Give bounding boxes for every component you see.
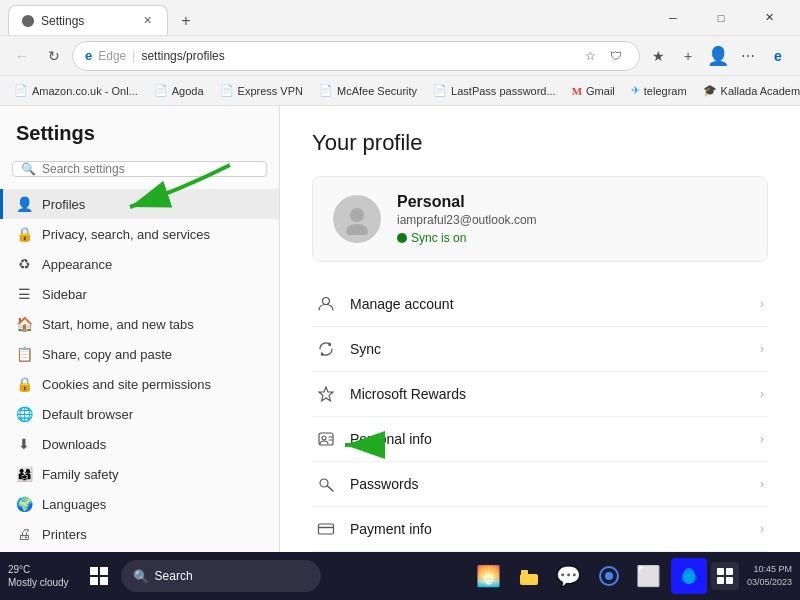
tab-close-button[interactable]: ✕	[139, 13, 155, 29]
chevron-right-icon: ›	[760, 432, 764, 446]
search-input[interactable]	[42, 162, 258, 176]
bookmark-telegram[interactable]: ✈ telegram	[625, 82, 693, 99]
sidebar-item-default[interactable]: 🌐 Default browser	[0, 399, 279, 429]
profile-button[interactable]: 👤	[704, 42, 732, 70]
sidebar-item-cookies[interactable]: 🔒 Cookies and site permissions	[0, 369, 279, 399]
settings-item-manage[interactable]: Manage account ›	[312, 282, 768, 327]
sidebar-item-downloads[interactable]: ⬇ Downloads	[0, 429, 279, 459]
search-icon: 🔍	[21, 162, 36, 176]
svg-rect-16	[90, 567, 98, 575]
sidebar-item-printers[interactable]: 🖨 Printers	[0, 519, 279, 549]
bookmark-label: McAfee Security	[337, 85, 417, 97]
taskbar-icon-unknown[interactable]: ⬜	[631, 558, 667, 594]
address-bar[interactable]: e Edge | settings/profiles ☆ 🛡	[72, 41, 640, 71]
edge-logo-icon: e	[85, 48, 92, 63]
taskbar-search-label: Search	[155, 569, 193, 583]
title-bar: Settings ✕ + ─ □ ✕	[0, 0, 800, 36]
bookmark-expressvpn[interactable]: 📄 Express VPN	[214, 82, 309, 99]
start-button[interactable]	[81, 558, 117, 594]
profile-name: Personal	[397, 193, 747, 211]
sidebar-item-privacy[interactable]: 🔒 Privacy, search, and services	[0, 219, 279, 249]
svg-point-2	[323, 298, 330, 305]
bookmark-file-icon: 📄	[433, 84, 447, 97]
settings-item-label: Microsoft Rewards	[350, 386, 466, 402]
share-icon: 📋	[16, 346, 32, 362]
bookmark-amazon[interactable]: 📄 Amazon.co.uk - Onl...	[8, 82, 144, 99]
tab-settings-icon	[21, 14, 35, 28]
taskbar-icon-whatsapp[interactable]: 💬	[551, 558, 587, 594]
page-title: Your profile	[312, 130, 768, 156]
favorites-button[interactable]: ★	[644, 42, 672, 70]
chevron-right-icon: ›	[760, 387, 764, 401]
taskbar-icon-chrome[interactable]	[591, 558, 627, 594]
bookmark-file-icon: 📄	[14, 84, 28, 97]
chevron-right-icon: ›	[760, 522, 764, 536]
cookies-icon: 🔒	[16, 376, 32, 392]
taskbar-search[interactable]: 🔍 Search	[121, 560, 321, 592]
sidebar-item-system[interactable]: ⚙ System and performance	[0, 549, 279, 552]
favorites-icon[interactable]: ☆	[579, 45, 601, 67]
default-browser-icon: 🌐	[16, 406, 32, 422]
svg-rect-10	[319, 524, 334, 534]
start-icon: 🏠	[16, 316, 32, 332]
sidebar-item-start[interactable]: 🏠 Start, home, and new tabs	[0, 309, 279, 339]
taskbar-icon-emoji[interactable]: 🌅	[471, 558, 507, 594]
address-url: settings/profiles	[141, 49, 224, 63]
minimize-button[interactable]: ─	[650, 2, 696, 34]
bookmark-label: Express VPN	[238, 85, 303, 97]
bookmark-file-icon: 📄	[154, 84, 168, 97]
sidebar-item-label: Profiles	[42, 197, 85, 212]
tab-label: Settings	[41, 14, 84, 28]
back-button[interactable]: ←	[8, 42, 36, 70]
browser-essentials-icon[interactable]: 🛡	[605, 45, 627, 67]
svg-point-0	[350, 208, 364, 222]
sidebar-item-languages[interactable]: 🌍 Languages	[0, 489, 279, 519]
settings-item-personal-info[interactable]: Personal info ›	[312, 417, 768, 462]
search-box[interactable]: 🔍	[12, 161, 267, 177]
bookmark-gmail[interactable]: M Gmail	[566, 83, 621, 99]
settings-item-label: Payment info	[350, 521, 432, 537]
sidebar-item-sidebar[interactable]: ☰ Sidebar	[0, 279, 279, 309]
svg-rect-28	[717, 577, 724, 584]
active-tab[interactable]: Settings ✕	[8, 5, 168, 35]
sidebar-item-label: Sidebar	[42, 287, 87, 302]
settings-item-rewards[interactable]: Microsoft Rewards ›	[312, 372, 768, 417]
maximize-button[interactable]: □	[698, 2, 744, 34]
chevron-right-icon: ›	[760, 477, 764, 491]
bookmark-mcafee[interactable]: 📄 McAfee Security	[313, 82, 423, 99]
taskbar-icon-edge[interactable]	[671, 558, 707, 594]
collections-button[interactable]: +	[674, 42, 702, 70]
settings-item-sync[interactable]: Sync ›	[312, 327, 768, 372]
navigation-bar: ← ↻ e Edge | settings/profiles ☆ 🛡 ★ + 👤…	[0, 36, 800, 76]
taskbar-icon-files[interactable]	[511, 558, 547, 594]
bookmark-agoda[interactable]: 📄 Agoda	[148, 82, 210, 99]
refresh-button[interactable]: ↻	[40, 42, 68, 70]
payment-icon	[316, 519, 336, 539]
sidebar-item-label: Languages	[42, 497, 106, 512]
settings-more-button[interactable]: ⋯	[734, 42, 762, 70]
chevron-right-icon: ›	[760, 342, 764, 356]
sidebar-item-appearance[interactable]: ♻ Appearance	[0, 249, 279, 279]
edge-icon[interactable]: e	[764, 42, 792, 70]
svg-marker-3	[319, 387, 333, 401]
settings-item-payment[interactable]: Payment info ›	[312, 507, 768, 552]
settings-item-passwords[interactable]: Passwords ›	[312, 462, 768, 507]
svg-rect-29	[726, 577, 733, 584]
main-content: Your profile Personal iampraful23@outloo…	[280, 106, 800, 552]
sidebar-item-family[interactable]: 👨‍👩‍👧 Family safety	[0, 459, 279, 489]
close-button[interactable]: ✕	[746, 2, 792, 34]
svg-rect-19	[100, 577, 108, 585]
sidebar-item-profiles[interactable]: 👤 Profiles	[0, 189, 279, 219]
rewards-icon	[316, 384, 336, 404]
new-tab-button[interactable]: +	[172, 7, 200, 35]
taskbar-icon-extra[interactable]	[711, 562, 739, 590]
bookmark-label: Gmail	[586, 85, 615, 97]
sync-status: Sync is on	[397, 231, 747, 245]
bookmark-kallada[interactable]: 🎓 Kallada Academy	[697, 82, 800, 99]
bookmark-lastpass[interactable]: 📄 LastPass password...	[427, 82, 562, 99]
content-area: Settings 🔍 👤 Profiles 🔒 Privacy, search,…	[0, 106, 800, 552]
bookmark-label: LastPass password...	[451, 85, 556, 97]
sidebar-item-share[interactable]: 📋 Share, copy and paste	[0, 339, 279, 369]
address-divider: |	[132, 49, 135, 63]
window-controls: ─ □ ✕	[650, 2, 792, 34]
